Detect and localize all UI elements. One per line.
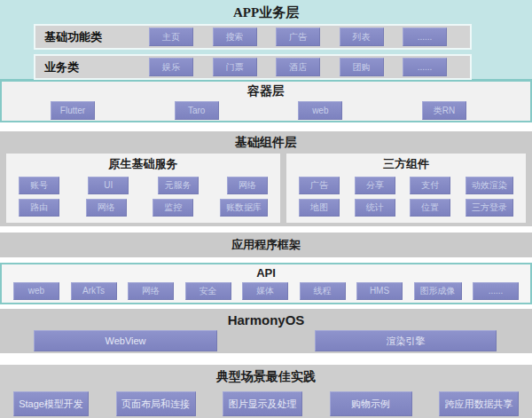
chip-hotel: 酒店: [276, 58, 320, 76]
chip-list: 列表: [340, 28, 384, 46]
third-party-row-1: 广告 分享 支付 动效渲染: [299, 177, 513, 194]
chip-router: 路由: [19, 199, 59, 217]
native-services-row-1: 账号 UI 元服务 网络: [19, 177, 268, 194]
chip-meta-service: 元服务: [158, 177, 199, 194]
container-layer: 容器层 Flutter Taro web 类RN: [0, 82, 532, 122]
chip-web: web: [298, 101, 342, 120]
chip-home: 主页: [149, 28, 193, 46]
basic-function-row: 基础功能类 主页 搜索 广告 列表 ......: [34, 24, 472, 50]
chip-ads: 广告: [299, 177, 340, 194]
practices-buttons: Stage模型开发 页面布局和连接 图片显示及处理 购物示例 跨应用数据共享: [0, 385, 532, 416]
chip-graphics-imaging: 图形成像: [414, 282, 462, 300]
chip-image-display: 图片显示及处理: [223, 391, 302, 416]
chip-media: 媒体: [242, 282, 288, 300]
harmonyos-layer: HarmonyOS WebView 渲染引擎: [0, 309, 532, 353]
api-title: API: [2, 264, 530, 280]
divider: [0, 353, 532, 365]
chip-rn-like: 类RN: [422, 101, 466, 120]
divider: [0, 122, 532, 131]
native-services-row-2: 路由 网络 监控 账数据库: [19, 199, 268, 217]
best-practices-layer: 典型场景最佳实践 Stage模型开发 页面布局和连接 图片显示及处理 购物示例 …: [0, 365, 532, 418]
chip-account: 账号: [19, 177, 59, 194]
chip-network: 网络: [86, 199, 127, 217]
chip-ads: 广告: [276, 28, 320, 46]
chip-map: 地图: [299, 199, 340, 217]
native-services-panel: 原生基础服务 账号 UI 元服务 网络 路由 网络 监控 账数据库: [6, 154, 280, 223]
business-label: 业务类: [44, 59, 149, 75]
divider: [0, 226, 532, 233]
chip-hms: HMS: [356, 282, 403, 300]
chip-arkts: ArkTs: [71, 282, 117, 300]
api-buttons: web ArkTs 网络 安全 媒体 线程 HMS 图形成像 ......: [2, 280, 530, 300]
app-business-layer: APP业务层 基础功能类 主页 搜索 广告 列表 ...... 业务类 娱乐 门…: [0, 0, 532, 82]
chip-third-party-login: 三方登录: [466, 199, 513, 217]
chip-webview: WebView: [34, 330, 217, 351]
chip-monitor: 监控: [153, 199, 193, 217]
container-layer-title: 容器层: [2, 82, 530, 99]
chip-entertainment: 娱乐: [149, 58, 193, 76]
chip-statistics: 统计: [355, 199, 395, 217]
chip-network: 网络: [227, 177, 268, 194]
application-framework-layer: 应用程序框架: [0, 233, 532, 257]
architecture-diagram: APP业务层 基础功能类 主页 搜索 广告 列表 ...... 业务类 娱乐 门…: [0, 0, 532, 418]
basic-function-chips: 主页 搜索 广告 列表 ......: [149, 28, 470, 46]
chip-stage-model: Stage模型开发: [13, 391, 89, 416]
chip-more: ......: [473, 282, 519, 300]
chip-groupbuy: 团购: [340, 58, 384, 76]
chip-more: ......: [403, 28, 447, 46]
harmonyos-buttons: WebView 渲染引擎: [0, 328, 532, 351]
api-layer: API web ArkTs 网络 安全 媒体 线程 HMS 图形成像 .....…: [0, 263, 532, 304]
business-row: 业务类 娱乐 门票 酒店 团购 ......: [34, 54, 472, 80]
third-party-panel: 三方组件 广告 分享 支付 动效渲染 地图 统计 位置 三方登录: [286, 154, 526, 223]
chip-thread: 线程: [300, 282, 346, 300]
chip-share: 分享: [355, 177, 395, 194]
business-chips: 娱乐 门票 酒店 团购 ......: [149, 58, 470, 76]
framework-title: 应用程序框架: [0, 233, 532, 257]
chip-web: web: [13, 282, 59, 300]
chip-more: ......: [403, 58, 447, 76]
chip-taro: Taro: [175, 101, 219, 120]
chip-render-engine: 渲染引擎: [315, 330, 497, 351]
components-layer-title: 基础组件层: [0, 131, 532, 151]
chip-security: 安全: [185, 282, 231, 300]
chip-network: 网络: [128, 282, 174, 300]
components-panels: 原生基础服务 账号 UI 元服务 网络 路由 网络 监控 账数据库 三方组件 广…: [6, 154, 526, 223]
harmonyos-title: HarmonyOS: [0, 309, 532, 328]
basic-function-label: 基础功能类: [44, 29, 149, 45]
chip-flutter: Flutter: [51, 101, 95, 120]
chip-search: 搜索: [213, 28, 257, 46]
chip-account-database: 账数据库: [220, 199, 268, 217]
native-services-title: 原生基础服务: [6, 154, 280, 172]
chip-shopping-sample: 购物示例: [330, 391, 412, 416]
chip-ui: UI: [88, 177, 129, 194]
app-layer-title: APP业务层: [0, 0, 532, 21]
chip-location: 位置: [410, 199, 450, 217]
basic-components-layer: 基础组件层 原生基础服务 账号 UI 元服务 网络 路由 网络 监控 账数据库: [0, 131, 532, 226]
third-party-row-2: 地图 统计 位置 三方登录: [299, 199, 513, 217]
chip-cross-app-data: 跨应用数据共享: [439, 391, 519, 416]
chip-tickets: 门票: [213, 58, 257, 76]
chip-motion-render: 动效渲染: [466, 177, 513, 194]
chip-payment: 支付: [410, 177, 450, 194]
practices-title: 典型场景最佳实践: [0, 365, 532, 385]
chip-page-layout: 页面布局和连接: [116, 391, 196, 416]
container-buttons: Flutter Taro web 类RN: [2, 99, 530, 120]
third-party-title: 三方组件: [286, 154, 526, 172]
